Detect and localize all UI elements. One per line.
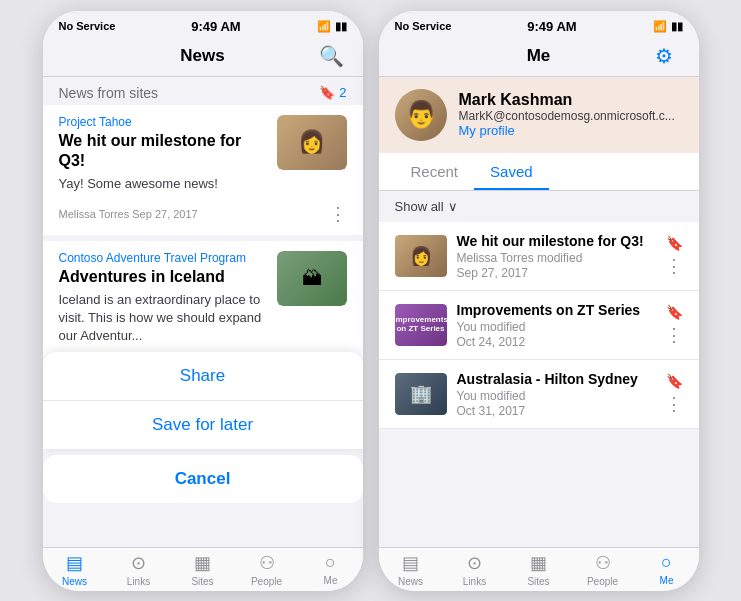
save-for-later-button[interactable]: Save for later [43, 401, 363, 449]
me-tabs-row: Recent Saved [379, 153, 699, 191]
signal-left: No Service [59, 20, 116, 32]
bookmark-icon-1: 🔖 [666, 235, 683, 251]
tab-people-right[interactable]: ⚇ People [571, 548, 635, 591]
saved-right-1: 🔖 ⋮ [665, 235, 683, 277]
content-spacer-right [379, 429, 699, 546]
tab-me-right[interactable]: ○ Me [635, 548, 699, 591]
people-tab-icon-right: ⚇ [595, 552, 611, 574]
tab-links-label-right: Links [463, 576, 486, 587]
search-icon[interactable]: 🔍 [319, 44, 347, 68]
tab-me-label-left: Me [324, 575, 338, 586]
news-section-title: News from sites [59, 85, 159, 101]
tab-sites-label-right: Sites [527, 576, 549, 587]
tab-links-right[interactable]: ⊙ Links [443, 548, 507, 591]
battery-left: 📶 ▮▮ [317, 20, 347, 33]
summary-2: Iceland is an extraordinary place to vis… [59, 291, 269, 346]
me-tab-icon-left: ○ [325, 552, 336, 573]
saved-meta-1a: Melissa Torres modified [457, 251, 655, 265]
action-sheet-overlay: Share Save for later Cancel [43, 352, 363, 503]
nav-bar-left: News 🔍 [43, 38, 363, 77]
sites-tab-icon-right: ▦ [530, 552, 547, 574]
headline-1: We hit our milestone for Q3! [59, 131, 269, 173]
signal-right: No Service [395, 20, 452, 32]
saved-item-3[interactable]: 🏢 Australasia - Hilton Sydney You modifi… [379, 360, 699, 429]
sites-tab-icon: ▦ [194, 552, 211, 574]
thumb-2: 🏔 [277, 251, 347, 306]
tab-me-left[interactable]: ○ Me [299, 548, 363, 591]
saved-right-2: 🔖 ⋮ [665, 304, 683, 346]
saved-item-1[interactable]: 👩 We hit our milestone for Q3! Melissa T… [379, 222, 699, 291]
links-tab-icon-right: ⊙ [467, 552, 482, 574]
chevron-down-icon: ∨ [448, 199, 458, 214]
tab-sites-right[interactable]: ▦ Sites [507, 548, 571, 591]
saved-item-2[interactable]: Improvements on ZT Series Improvements o… [379, 291, 699, 360]
show-all-row[interactable]: Show all ∨ [379, 191, 699, 222]
saved-thumb-2: Improvements on ZT Series [395, 304, 447, 346]
tab-recent[interactable]: Recent [395, 153, 475, 190]
tab-news-right[interactable]: ▤ News [379, 548, 443, 591]
tab-people-label-right: People [587, 576, 618, 587]
news-badge: 🔖 2 [319, 85, 346, 100]
more-icon-saved-2[interactable]: ⋮ [665, 324, 683, 346]
saved-meta-3b: Oct 31, 2017 [457, 404, 655, 418]
nav-title-left: News [87, 46, 319, 66]
bluetooth-icon-right: 📶 [653, 20, 667, 33]
battery-right: 📶 ▮▮ [653, 20, 683, 33]
news-item-1[interactable]: Project Tahoe We hit our milestone for Q… [43, 105, 363, 236]
battery-icon-right: ▮▮ [671, 20, 683, 33]
meta-1: Melissa Torres Sep 27, 2017 ⋮ [59, 203, 347, 225]
my-profile-link[interactable]: My profile [459, 123, 675, 138]
tab-sites-label: Sites [191, 576, 213, 587]
saved-meta-2b: Oct 24, 2012 [457, 335, 655, 349]
nav-bar-right: Me ⚙ [379, 38, 699, 77]
news-content: News from sites 🔖 2 Project Tahoe We hit… [43, 77, 363, 547]
saved-title-3: Australasia - Hilton Sydney [457, 370, 655, 388]
links-tab-icon: ⊙ [131, 552, 146, 574]
tab-bar-right: ▤ News ⊙ Links ▦ Sites ⚇ People ○ Me [379, 547, 699, 591]
share-button[interactable]: Share [43, 352, 363, 401]
tab-saved[interactable]: Saved [474, 153, 549, 190]
left-phone: No Service 9:49 AM 📶 ▮▮ News 🔍 News from… [43, 11, 363, 591]
battery-icon: ▮▮ [335, 20, 347, 33]
thumb-1: 👩 [277, 115, 347, 170]
saved-title-1: We hit our milestone for Q3! [457, 232, 655, 250]
bookmark-icon-2: 🔖 [666, 304, 683, 320]
saved-item-text-2: Improvements on ZT Series You modified O… [457, 301, 655, 349]
nav-title-right: Me [423, 46, 655, 66]
tab-links-left[interactable]: ⊙ Links [107, 548, 171, 591]
right-phone: No Service 9:49 AM 📶 ▮▮ Me ⚙ 👨 Mark Kash… [379, 11, 699, 591]
status-bar-right: No Service 9:49 AM 📶 ▮▮ [379, 11, 699, 38]
tab-people-label: People [251, 576, 282, 587]
ppt-label: Improvements on ZT Series [395, 316, 447, 334]
bookmark-icon-3: 🔖 [666, 373, 683, 389]
status-bar-left: No Service 9:49 AM 📶 ▮▮ [43, 11, 363, 38]
more-icon-saved-3[interactable]: ⋮ [665, 393, 683, 415]
action-sheet: Share Save for later [43, 352, 363, 449]
badge-count: 2 [339, 85, 346, 100]
more-icon-saved-1[interactable]: ⋮ [665, 255, 683, 277]
more-icon-1[interactable]: ⋮ [329, 203, 347, 225]
show-all-label: Show all [395, 199, 444, 214]
saved-meta-3a: You modified [457, 389, 655, 403]
news-section-header: News from sites 🔖 2 [43, 77, 363, 105]
avatar: 👨 [395, 89, 447, 141]
saved-item-text-1: We hit our milestone for Q3! Melissa Tor… [457, 232, 655, 280]
saved-item-text-3: Australasia - Hilton Sydney You modified… [457, 370, 655, 418]
bookmark-icon: 🔖 [319, 85, 335, 100]
summary-1: Yay! Some awesome news! [59, 175, 269, 193]
settings-icon[interactable]: ⚙ [655, 44, 683, 68]
saved-meta-1b: Sep 27, 2017 [457, 266, 655, 280]
saved-title-2: Improvements on ZT Series [457, 301, 655, 319]
user-email: MarkK@contosodemosg.onmicrosoft.c... [459, 109, 675, 123]
tab-people-left[interactable]: ⚇ People [235, 548, 299, 591]
cancel-button[interactable]: Cancel [43, 455, 363, 503]
saved-thumb-1: 👩 [395, 235, 447, 277]
me-header: 👨 Mark Kashman MarkK@contosodemosg.onmic… [379, 77, 699, 153]
headline-2: Adventures in Iceland [59, 267, 269, 288]
time-left: 9:49 AM [191, 19, 240, 34]
tab-me-label-right: Me [660, 575, 674, 586]
tab-sites-left[interactable]: ▦ Sites [171, 548, 235, 591]
news-tab-icon: ▤ [66, 552, 83, 574]
tab-news-left[interactable]: ▤ News [43, 548, 107, 591]
bluetooth-icon: 📶 [317, 20, 331, 33]
